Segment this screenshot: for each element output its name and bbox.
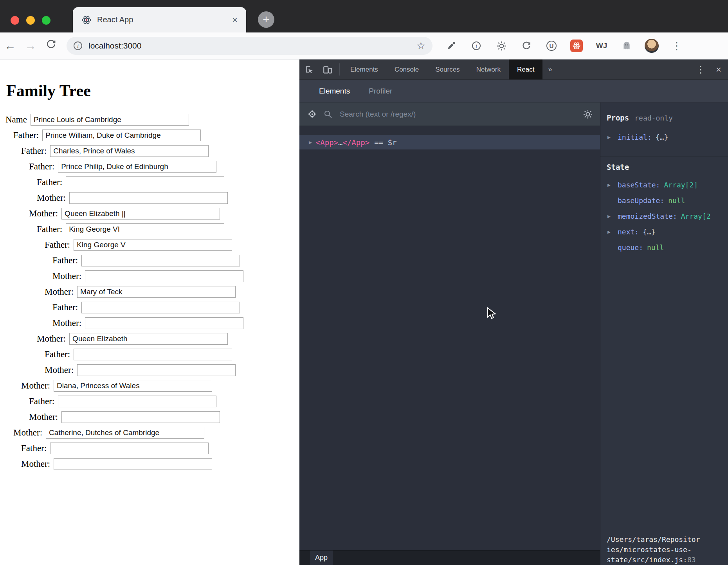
person-input[interactable] [58, 161, 216, 173]
person-input[interactable] [50, 145, 209, 157]
component-tree-row-app[interactable]: ▶ <App>…</App> == $r [299, 135, 600, 149]
react-tab-elements[interactable]: Elements [310, 80, 359, 102]
info-extension-icon[interactable]: i [469, 39, 483, 53]
bookmark-star-icon[interactable]: ☆ [416, 40, 425, 52]
ghost-extension-icon[interactable] [620, 39, 634, 53]
person-input[interactable] [74, 239, 232, 251]
state-key: memoizedState: [618, 212, 677, 220]
expand-triangle-icon[interactable]: ▶ [607, 213, 611, 219]
state-row[interactable]: ▶ queue: null [600, 239, 728, 255]
component-search-input[interactable] [339, 110, 583, 119]
person-row: Mother: [0, 284, 299, 300]
gear-extension-icon[interactable] [494, 39, 508, 53]
person-label: Mother: [52, 318, 81, 328]
address-bar[interactable]: i localhost:3000 ☆ [67, 37, 432, 55]
person-label: Name [5, 115, 27, 125]
expand-triangle-icon[interactable]: ▶ [309, 139, 312, 145]
breadcrumb-app-tab[interactable]: App [310, 551, 333, 565]
person-input[interactable] [77, 364, 236, 376]
profile-avatar[interactable] [645, 39, 659, 53]
state-row[interactable]: ▶ baseUpdate: null [600, 193, 728, 208]
devtools-tab-elements[interactable]: Elements [342, 59, 386, 79]
forward-button[interactable]: → [20, 39, 41, 52]
person-input[interactable] [69, 192, 228, 204]
wj-extension-icon[interactable]: WJ [595, 39, 609, 53]
person-row: Father: [0, 347, 299, 362]
person-label: Mother: [29, 209, 58, 219]
expand-triangle-icon[interactable]: ▶ [607, 229, 611, 235]
person-input[interactable] [54, 380, 212, 392]
family-form: Name Father: Father: Father: Father: Mot… [0, 112, 299, 472]
devtools-tab-react[interactable]: React [509, 59, 542, 79]
person-row: Father: [0, 175, 299, 190]
sync-extension-icon[interactable] [519, 39, 533, 53]
page-content: Family Tree Name Father: Father: Father:… [0, 59, 299, 565]
eyedropper-extension-icon[interactable] [444, 39, 458, 53]
person-row: Mother: [0, 456, 299, 472]
person-label: Father: [29, 162, 54, 172]
person-input[interactable] [77, 286, 236, 298]
state-row[interactable]: ▶ baseState: Array[2] [600, 177, 728, 193]
person-label: Mother: [37, 334, 66, 344]
person-row: Mother: [0, 331, 299, 347]
person-input[interactable] [69, 333, 228, 345]
device-toolbar-icon[interactable] [318, 59, 337, 79]
back-button[interactable]: ← [0, 39, 20, 52]
person-input[interactable] [31, 114, 189, 126]
devtools-close-icon[interactable]: × [709, 59, 728, 79]
person-input[interactable] [66, 176, 224, 188]
new-tab-button[interactable]: + [258, 11, 274, 28]
person-input[interactable] [85, 270, 243, 282]
person-input[interactable] [42, 130, 201, 141]
person-input[interactable] [74, 349, 232, 360]
person-input[interactable] [85, 317, 243, 329]
expand-triangle-icon[interactable]: ▶ [607, 134, 611, 140]
person-input[interactable] [50, 443, 209, 454]
close-window-button[interactable] [11, 16, 19, 25]
console-reference-text: == $r [374, 138, 396, 147]
prop-row-initial[interactable]: ▶ initial: {…} [600, 131, 728, 142]
browser-tab[interactable]: React App × [73, 7, 246, 32]
person-row: Name [0, 112, 299, 128]
person-input[interactable] [58, 396, 216, 407]
expand-triangle-icon[interactable]: ▶ [607, 182, 611, 188]
minimize-window-button[interactable] [26, 16, 35, 25]
devtools-tab-sources[interactable]: Sources [427, 59, 468, 79]
toolbar-divider [339, 63, 340, 76]
state-row[interactable]: ▶ next: {…} [600, 224, 728, 239]
source-path-line: state/src/index.js:83 [607, 555, 724, 565]
reload-button[interactable] [41, 39, 61, 52]
person-input[interactable] [61, 411, 220, 423]
source-path-line: /Users/taras/Repositor [607, 534, 724, 545]
source-path[interactable]: /Users/taras/Repositor ies/microstates-u… [607, 534, 724, 565]
state-row[interactable]: ▶ memoizedState: Array[2 [600, 208, 728, 224]
tab-close-icon[interactable]: × [232, 15, 238, 25]
fullscreen-window-button[interactable] [42, 16, 50, 25]
person-input[interactable] [61, 208, 220, 220]
person-input[interactable] [66, 223, 224, 235]
devtools-tab-console[interactable]: Console [386, 59, 427, 79]
inspect-element-icon[interactable] [299, 59, 318, 79]
devtools-tab-network[interactable]: Network [468, 59, 509, 79]
u-extension-icon[interactable]: U [544, 39, 559, 53]
person-label: Mother: [45, 365, 74, 375]
person-input[interactable] [46, 427, 204, 439]
react-devtools-extension-icon[interactable] [569, 39, 584, 53]
person-row: Father: [0, 253, 299, 268]
url-text[interactable]: localhost:3000 [88, 41, 416, 50]
person-row: Mother: [0, 206, 299, 221]
select-component-icon[interactable] [307, 109, 317, 119]
more-tabs-chevron-icon[interactable]: » [542, 59, 557, 79]
react-tab-profiler[interactable]: Profiler [359, 80, 402, 102]
react-settings-gear-icon[interactable] [583, 109, 593, 119]
person-input[interactable] [81, 255, 240, 266]
person-input[interactable] [81, 302, 240, 313]
chrome-menu-icon[interactable]: ⋮ [670, 39, 684, 53]
person-row: Mother: [0, 425, 299, 441]
props-readonly-badge: read-only [634, 114, 673, 122]
devtools-menu-icon[interactable]: ⋮ [692, 59, 709, 79]
site-info-icon[interactable]: i [74, 41, 82, 50]
person-input[interactable] [54, 458, 212, 470]
browser-toolbar: ← → i localhost:3000 ☆ i U [0, 32, 728, 59]
person-label: Mother: [37, 193, 66, 203]
